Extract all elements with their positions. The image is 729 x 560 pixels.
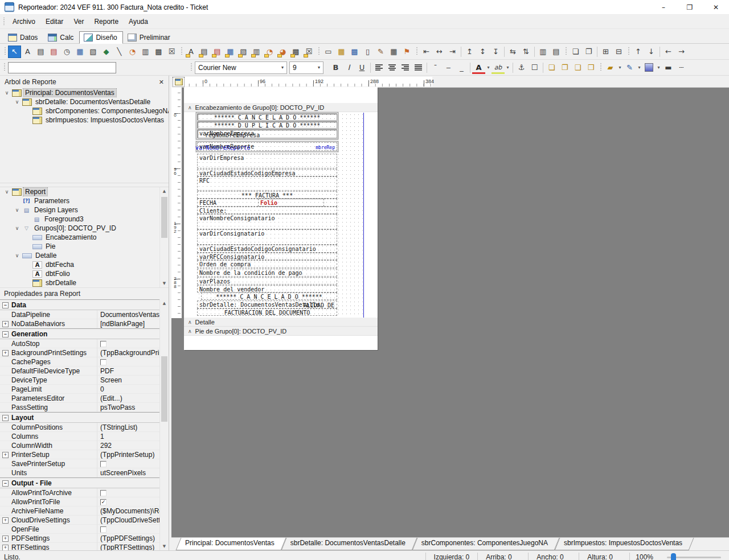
- pagestyle-tool-button[interactable]: ▯: [361, 46, 374, 58]
- property-row[interactable]: ColumnWidth 292: [0, 441, 160, 450]
- fill-color-dropdown[interactable]: ▾: [617, 61, 623, 74]
- table-tool-button[interactable]: ▦: [387, 46, 400, 58]
- memo-tool-button[interactable]: ▤: [34, 46, 47, 58]
- scroll-down-icon[interactable]: ▼: [160, 279, 169, 287]
- send-backward-button[interactable]: ❒: [584, 61, 597, 74]
- font-family-select[interactable]: Courier New ▾: [195, 61, 287, 74]
- barcode-tool-button[interactable]: ▥: [139, 46, 152, 58]
- property-row[interactable]: PassSetting psTwoPass: [0, 403, 160, 412]
- horizontal-splitter[interactable]: [0, 183, 169, 187]
- label-nombre-consignatario[interactable]: varNombreConsignatario: [197, 214, 337, 229]
- dbchart2-tool-button[interactable]: ◕: [276, 46, 289, 58]
- label-nombre-reporte[interactable]: varNombreReporte varNombreReporte mbreRe…: [197, 142, 337, 151]
- toolbar-sep[interactable]: [504, 47, 505, 57]
- anchor-button[interactable]: ⚓: [515, 61, 528, 74]
- bring-forward-button[interactable]: ❑: [571, 61, 584, 74]
- stretch-up-tool-button[interactable]: ↑: [632, 46, 645, 58]
- expander-icon[interactable]: ∨: [14, 99, 21, 105]
- property-row[interactable]: Columns 1: [0, 432, 160, 441]
- expand-icon[interactable]: [2, 321, 9, 327]
- property-value[interactable]: (TppCloudDriveSetting: [97, 516, 160, 525]
- text-align-center-button[interactable]: [386, 61, 399, 74]
- menu-ayuda[interactable]: Ayuda: [124, 16, 153, 27]
- label-plazos[interactable]: varPlazos: [197, 277, 337, 285]
- property-value[interactable]: [97, 459, 160, 468]
- text-align-left-button[interactable]: [372, 61, 386, 74]
- close-button[interactable]: ✕: [703, 0, 729, 14]
- property-value[interactable]: (Edit...): [97, 394, 160, 403]
- property-value[interactable]: PDF: [97, 367, 160, 376]
- property-value[interactable]: utScreenPixels: [97, 468, 160, 477]
- image-tool-button[interactable]: ▧: [87, 46, 100, 58]
- band-detail[interactable]: ∧ Detalle: [184, 318, 378, 327]
- tree-item-detalle[interactable]: ∨ Detalle: [0, 251, 160, 260]
- move-behind-tool-button[interactable]: ❐: [582, 46, 595, 58]
- label-rfc-consignatario[interactable]: varRFCConsignatario: [197, 253, 337, 260]
- expand-icon[interactable]: [2, 350, 9, 356]
- label-nombre-empresa[interactable]: regNombreEmpresa varNombreEmpresa: [197, 129, 337, 138]
- property-row[interactable]: SavePrinterSetup: [0, 459, 160, 468]
- label-dir-consignatario[interactable]: varDirConsignatario: [197, 229, 337, 245]
- dbbarcode-tool-button[interactable]: ▥: [250, 46, 263, 58]
- space-horizontal-tool-button[interactable]: ⇆: [506, 46, 519, 58]
- tab-principal[interactable]: Principal: DocumentosVentas: [178, 538, 284, 550]
- label-orden-compra[interactable]: Orden de compra: [197, 260, 337, 268]
- checkbox-icon[interactable]: [100, 359, 107, 365]
- object-tree-scrollbar[interactable]: ▲ ▼: [159, 187, 169, 287]
- subreport-sbrdetalle[interactable]: sbrDetalle: DocumentosVentasDetalle ALID…: [197, 300, 337, 308]
- text-align-right-button[interactable]: [399, 61, 412, 74]
- line-thickness-button[interactable]: ▬: [662, 61, 675, 74]
- label-folio[interactable]: Folio: [258, 199, 324, 207]
- highlight-color-dropdown[interactable]: ▾: [505, 61, 511, 74]
- expander-icon[interactable]: ∨: [3, 189, 10, 195]
- expand-icon[interactable]: [2, 517, 9, 524]
- toolbar-sep[interactable]: [543, 63, 543, 73]
- scroll-up-icon[interactable]: ▲: [160, 299, 169, 307]
- dbrichtext-tool-button[interactable]: ▤: [211, 46, 224, 58]
- tab-diseno[interactable]: Diseño: [79, 31, 122, 44]
- align-left-tool-button[interactable]: ⇤: [420, 46, 433, 58]
- tree-item-sbrcomponentes[interactable]: sbrComponentes: ComponentesJuegoNA: [0, 106, 169, 116]
- property-row[interactable]: Output - File: [0, 477, 160, 488]
- center-vertical-tool-button[interactable]: ▤: [550, 46, 563, 58]
- toolbar-grip[interactable]: [599, 61, 602, 74]
- menu-editar[interactable]: Editar: [40, 16, 68, 27]
- properties-scrollbar[interactable]: ▲ ▼: [159, 299, 169, 550]
- dbcalc-tool-button[interactable]: ▦: [224, 46, 237, 58]
- toolbar-grip[interactable]: [564, 46, 567, 58]
- toolbar-grip[interactable]: [627, 46, 630, 58]
- collapse-icon[interactable]: ∧: [188, 319, 192, 325]
- toolbar-grip[interactable]: [317, 46, 320, 58]
- tree-item-report[interactable]: ∨ Report: [0, 187, 160, 196]
- checkbox-icon[interactable]: [100, 461, 107, 467]
- subreport-tool-button[interactable]: ▦: [335, 46, 348, 58]
- expander-icon[interactable]: ∨: [14, 253, 21, 258]
- label-tool-button[interactable]: A: [21, 46, 34, 58]
- label-rfc[interactable]: RFC: [197, 176, 337, 191]
- property-value[interactable]: (TppPDFSettings): [97, 534, 160, 543]
- align-bottom-tool-button[interactable]: ↧: [489, 46, 502, 58]
- property-value[interactable]: ($MyDocuments)\Repo: [97, 507, 160, 516]
- text-align-justify-button[interactable]: [412, 61, 425, 74]
- tree-item-parameters[interactable]: [?] Parameters: [0, 196, 160, 205]
- band-group-header[interactable]: ∧ Encabezamiento de Grupo[0]: DOCTO_PV_I…: [184, 103, 378, 112]
- property-value[interactable]: [97, 488, 160, 497]
- menu-ver[interactable]: Ver: [68, 16, 89, 27]
- tree-item-pie[interactable]: Pie: [0, 242, 160, 251]
- italic-button[interactable]: I: [342, 61, 355, 74]
- toolbar-sep[interactable]: [427, 63, 427, 73]
- line-color-button[interactable]: ✎: [623, 61, 636, 74]
- stretch-down-tool-button[interactable]: ↓: [645, 46, 658, 58]
- size-grow-tool-button[interactable]: ⊞: [599, 46, 612, 58]
- minimize-button[interactable]: –: [650, 0, 677, 14]
- expand-icon[interactable]: [2, 536, 9, 542]
- property-row[interactable]: DataPipeline DocumentosVentas: [0, 310, 160, 319]
- toolbar-sep[interactable]: [660, 47, 660, 57]
- zoom-slider-thumb[interactable]: [671, 553, 676, 560]
- property-row[interactable]: DefaultFileDeviceType PDF: [0, 367, 160, 376]
- dbtext-tool-button[interactable]: A: [185, 46, 198, 58]
- collapse-icon[interactable]: ∧: [188, 328, 192, 334]
- property-row[interactable]: DeviceType Screen: [0, 376, 160, 385]
- property-value[interactable]: [97, 525, 160, 534]
- property-row[interactable]: ParametersEditor (Edit...): [0, 394, 160, 403]
